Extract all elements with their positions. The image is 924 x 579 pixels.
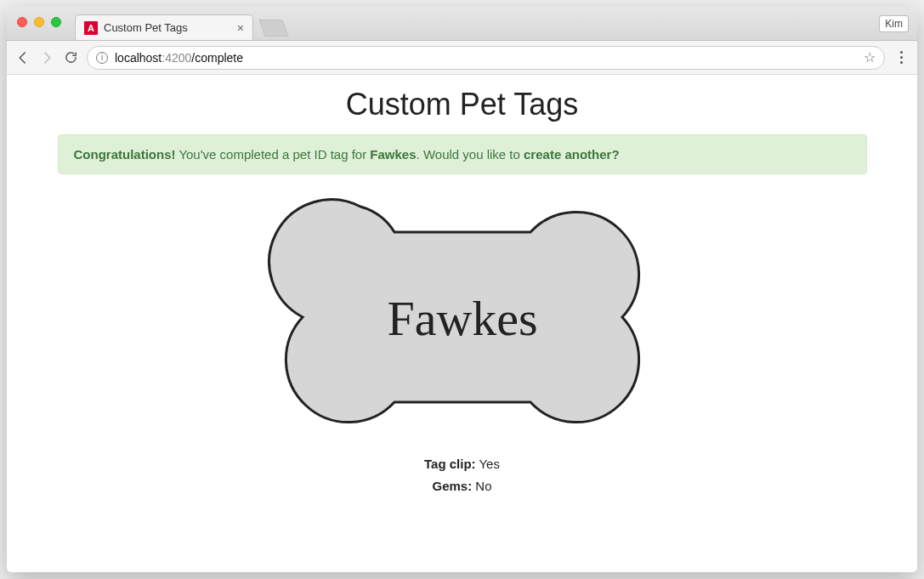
title-bar: A Custom Pet Tags × Kim [7,7,917,41]
tab-title: Custom Pet Tags [104,21,188,34]
bone-pet-name: Fawkes [387,291,537,346]
browser-tab[interactable]: A Custom Pet Tags × [75,14,253,40]
browser-window: A Custom Pet Tags × Kim i localhost:4200… [7,7,917,572]
alert-strong: Congratulations! [74,147,176,162]
close-tab-icon[interactable]: × [237,21,244,35]
browser-menu-icon[interactable] [893,51,909,64]
window-controls [17,17,61,27]
page-content: Custom Pet Tags Congratulations! You've … [7,75,917,572]
minimize-window-button[interactable] [34,17,44,27]
forward-icon [39,50,54,65]
gems-label: Gems: [432,479,472,493]
page-title: Custom Pet Tags [24,87,900,122]
clip-label: Tag clip: [424,457,476,471]
gems-value: No [472,479,491,493]
reload-icon[interactable] [63,50,78,65]
tag-details: Tag clip: Yes Gems: No [24,453,900,497]
url-host: localhost [115,51,162,65]
site-info-icon[interactable]: i [96,52,108,64]
nav-bar: i localhost:4200/complete ☆ [7,41,917,75]
maximize-window-button[interactable] [51,17,61,27]
back-icon[interactable] [15,50,31,65]
bone-svg: Fawkes [267,190,658,445]
tabs-row: A Custom Pet Tags × [75,7,286,40]
address-bar[interactable]: i localhost:4200/complete ☆ [87,46,885,70]
close-window-button[interactable] [17,17,27,27]
angular-favicon-icon: A [84,21,98,35]
url-port: :4200 [162,51,191,65]
bone-tag-preview: Fawkes [24,190,900,445]
profile-badge[interactable]: Kim [879,15,909,32]
detail-row-clip: Tag clip: Yes [24,453,900,475]
alert-text-1: You've completed a pet ID tag for [176,147,371,162]
url-text: localhost:4200/complete [115,51,243,65]
new-tab-button[interactable] [258,20,288,37]
create-another-link[interactable]: create another? [524,147,620,162]
bookmark-star-icon[interactable]: ☆ [864,49,876,65]
success-alert: Congratulations! You've completed a pet … [58,134,867,174]
url-path: /complete [191,51,243,65]
alert-pet-name: Fawkes [370,147,416,162]
clip-value: Yes [476,457,500,471]
detail-row-gems: Gems: No [24,475,900,497]
alert-text-2: . Would you like to [417,147,524,162]
